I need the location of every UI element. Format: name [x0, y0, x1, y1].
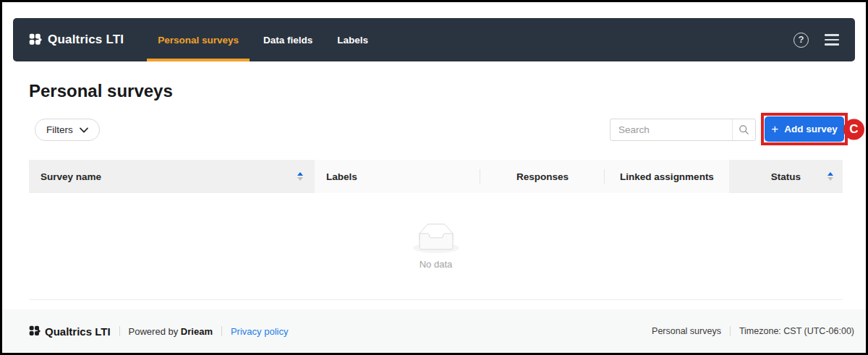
- add-survey-annotation: + Add survey C: [761, 113, 848, 145]
- table-empty-state: No data: [29, 193, 843, 300]
- footer-divider: [119, 326, 120, 336]
- top-navbar: Qualtrics LTI Personal surveys Data fiel…: [13, 18, 855, 61]
- powered-by-prefix: Powered by: [129, 326, 179, 337]
- brand: Qualtrics LTI: [29, 33, 124, 47]
- sort-icon[interactable]: [827, 172, 833, 181]
- qualtrics-lti-logo-icon: [29, 325, 41, 337]
- empty-inbox-icon: [413, 223, 459, 253]
- footer-timezone: Timezone: CST (UTC-06:00): [739, 326, 854, 336]
- footer-divider: [730, 326, 731, 336]
- column-label: Linked assignments: [620, 171, 714, 182]
- powered-by: Powered by Drieam: [129, 326, 213, 337]
- column-header-labels: Labels: [315, 160, 480, 193]
- app-window: Qualtrics LTI Personal surveys Data fiel…: [0, 0, 868, 355]
- add-survey-label: Add survey: [784, 124, 838, 134]
- tab-label: Personal surveys: [158, 35, 239, 46]
- plus-icon: +: [771, 123, 778, 135]
- page-footer: Qualtrics LTI Powered by Drieam Privacy …: [2, 309, 866, 353]
- help-glyph: ?: [799, 35, 804, 45]
- footer-brand: Qualtrics LTI: [29, 325, 111, 338]
- column-label: Labels: [326, 171, 357, 182]
- search-button[interactable]: [732, 119, 755, 140]
- filters-button[interactable]: Filters: [35, 119, 100, 141]
- footer-divider: [221, 326, 222, 336]
- powered-by-name: Drieam: [181, 326, 213, 337]
- filters-label: Filters: [46, 124, 73, 135]
- tab-label: Labels: [337, 35, 368, 46]
- privacy-policy-link[interactable]: Privacy policy: [231, 326, 288, 337]
- column-header-responses: Responses: [480, 160, 605, 193]
- search-icon: [739, 124, 749, 135]
- nav-tabs: Personal surveys Data fields Labels: [145, 18, 380, 61]
- add-survey-button[interactable]: + Add survey: [765, 116, 844, 142]
- column-header-survey-name[interactable]: Survey name: [29, 160, 315, 193]
- surveys-table: Survey name Labels Responses Linked assi…: [29, 160, 843, 300]
- search-box: [610, 119, 756, 141]
- chevron-down-icon: [80, 127, 88, 133]
- brand-name: Qualtrics LTI: [48, 33, 124, 47]
- hamburger-menu-icon[interactable]: [825, 33, 839, 46]
- tab-data-fields[interactable]: Data fields: [251, 18, 325, 61]
- column-label: Status: [771, 171, 801, 182]
- navbar-actions: ?: [793, 33, 839, 48]
- sort-icon[interactable]: [297, 172, 303, 181]
- help-icon[interactable]: ?: [793, 33, 809, 48]
- tab-label: Data fields: [263, 35, 312, 46]
- column-header-status[interactable]: Status: [729, 160, 843, 193]
- footer-brand-name: Qualtrics LTI: [45, 325, 111, 338]
- empty-state-text: No data: [420, 259, 453, 270]
- column-label: Responses: [516, 171, 569, 182]
- column-label: Survey name: [41, 171, 101, 182]
- qualtrics-lti-logo-icon: [29, 33, 42, 46]
- footer-page-context: Personal surveys: [652, 326, 721, 336]
- search-input[interactable]: [610, 119, 732, 140]
- tab-personal-surveys[interactable]: Personal surveys: [145, 18, 251, 61]
- page-title: Personal surveys: [29, 80, 173, 102]
- tab-labels[interactable]: Labels: [325, 18, 380, 61]
- column-header-linked-assignments: Linked assignments: [605, 160, 729, 193]
- footer-left: Qualtrics LTI Powered by Drieam Privacy …: [29, 325, 288, 338]
- table-header-row: Survey name Labels Responses Linked assi…: [29, 160, 843, 193]
- annotation-step-badge: C: [843, 119, 864, 140]
- footer-right: Personal surveys Timezone: CST (UTC-06:0…: [652, 326, 854, 336]
